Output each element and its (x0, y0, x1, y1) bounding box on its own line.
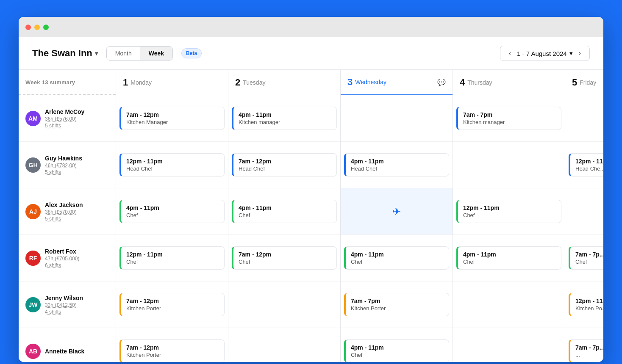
emp-hours-robert: 47h (£705.000) (45, 256, 79, 262)
shift-role: Kitchen manager (239, 119, 331, 125)
shift-annette-friday[interactable]: 7am - 7p... ... (569, 339, 603, 362)
shift-time: 7am - 7pm (351, 298, 444, 304)
shift-jenny-monday[interactable]: 7am - 12pm Kitchen Porter (119, 293, 225, 316)
shift-guy-tuesday[interactable]: 7am - 12pm Head Chef (232, 153, 337, 176)
emp-info-robert: Robert Fox 47h (£705.000) 6 shifts (45, 248, 79, 268)
shift-guy-monday[interactable]: 12pm - 11pm Head Chef (119, 153, 225, 176)
venue-title[interactable]: The Swan Inn ▾ (32, 48, 98, 59)
venue-chevron-icon: ▾ (95, 50, 98, 57)
shift-alex-tuesday[interactable]: 4pm - 11pm Chef (232, 200, 337, 223)
wednesday-name: Wednesday (355, 79, 386, 85)
shift-role: Chef (351, 352, 444, 358)
shift-robert-friday[interactable]: 7am - 7p... Chef (569, 246, 603, 270)
shift-time: 7am - 7pm (463, 111, 556, 118)
monday-jenny-cell: 7am - 12pm Kitchen Porter (116, 281, 228, 328)
shift-robert-monday[interactable]: 12pm - 11pm Chef (119, 246, 225, 270)
shift-robert-wednesday[interactable]: 4pm - 11pm Chef (344, 246, 449, 270)
friday-header: 5 Friday (565, 70, 603, 95)
avatar-jenny: JW (25, 297, 41, 312)
thursday-arlene-cell: 7am - 7pm Kitchen manager (453, 95, 565, 142)
emp-name-alex: Alex Jackson (45, 201, 83, 208)
shift-jenny-wednesday[interactable]: 7am - 7pm Kitchen Porter (344, 293, 449, 316)
shift-role: Chef (126, 212, 219, 218)
thursday-robert-cell: 4pm - 11pm Chef (453, 235, 565, 281)
shift-alex-monday[interactable]: 4pm - 11pm Chef (119, 200, 225, 223)
friday-annette-cell: 7am - 7p... ... (565, 328, 603, 362)
shift-robert-thursday[interactable]: 4pm - 11pm Chef (456, 246, 561, 270)
shift-time: 4pm - 11pm (239, 204, 331, 211)
emp-shifts-jenny: 4 shifts (45, 309, 83, 315)
wednesday-num: 3 (347, 77, 353, 88)
traffic-light-green[interactable] (43, 25, 49, 30)
venue-name: The Swan Inn (32, 48, 92, 59)
shift-time: 7am - 12pm (239, 251, 331, 258)
wednesday-annette-cell: 4pm - 11pm Chef (341, 328, 453, 362)
shift-time: 7am - 7p... (575, 344, 603, 351)
tuesday-num: 2 (235, 77, 240, 88)
week-view-button[interactable]: Week (140, 47, 172, 60)
employee-summary-arlene: AM Arlene McCoy 36h (£576.00) 5 shifts (19, 95, 116, 142)
shift-time: 7am - 7p... (575, 251, 603, 258)
emp-info-arlene: Arlene McCoy 36h (£576.00) 5 shifts (45, 108, 84, 129)
shift-role: Kitchen manager (463, 119, 556, 125)
emp-shifts-guy: 5 shifts (45, 169, 82, 175)
shift-role: Kitchen Porter (126, 305, 219, 312)
thursday-header: 4 Thursday (453, 70, 565, 95)
emp-name-annette: Annette Black (45, 348, 84, 355)
tuesday-name: Tuesday (243, 79, 265, 86)
wednesday-jenny-cell: 7am - 7pm Kitchen Porter (341, 281, 453, 328)
avatar-robert: RF (25, 251, 41, 266)
shift-jenny-friday[interactable]: 12pm - 11 Kitchen Po... (569, 293, 603, 316)
shift-alex-thursday[interactable]: 12pm - 11pm Chef (456, 200, 561, 223)
shift-robert-tuesday[interactable]: 7am - 12pm Chef (232, 246, 337, 270)
monday-robert-cell: 12pm - 11pm Chef (116, 235, 228, 281)
prev-week-button[interactable]: ‹ (506, 49, 514, 58)
monday-name: Monday (131, 79, 152, 86)
emp-hours-guy: 46h (£782.00) (45, 163, 82, 168)
shift-time: 4pm - 11pm (239, 111, 331, 118)
employee-summary-jenny: JW Jenny Wilson 33h (£412.50) 4 shifts (19, 281, 116, 328)
thursday-jenny-cell (453, 281, 565, 328)
shift-role: Chef (351, 259, 444, 265)
shift-time: 4pm - 11pm (463, 251, 556, 258)
day-column-wednesday: 3 Wednesday 💬 4pm - 11pm Head Chef ✈ (341, 70, 453, 362)
friday-alex-cell (565, 188, 603, 235)
friday-num: 5 (572, 77, 577, 88)
travel-icon: ✈ (392, 206, 401, 218)
shift-role: Kitchen Manager (126, 119, 219, 125)
shift-role: Chef (463, 212, 556, 218)
day-column-monday: 1 Monday 7am - 12pm Kitchen Manager 12pm… (116, 70, 228, 362)
shift-arlene-monday[interactable]: 7am - 12pm Kitchen Manager (119, 107, 225, 130)
wednesday-header: 3 Wednesday 💬 (341, 70, 453, 95)
wednesday-guy-cell: 4pm - 11pm Head Chef (341, 142, 453, 188)
thursday-guy-cell (453, 142, 565, 188)
shift-role: Head Che... (575, 165, 603, 172)
emp-name-robert: Robert Fox (45, 248, 79, 255)
shift-guy-friday[interactable]: 12pm - 11 Head Che... (569, 153, 603, 176)
monday-arlene-cell: 7am - 12pm Kitchen Manager (116, 95, 228, 142)
shift-annette-monday[interactable]: 7am - 12pm Kitchen Porter (119, 339, 225, 362)
shift-role: Kitchen Po... (575, 305, 603, 312)
shift-annette-wednesday[interactable]: 4pm - 11pm Chef (344, 339, 449, 362)
shift-role: Head Chef (351, 165, 444, 172)
traffic-light-red[interactable] (25, 25, 31, 30)
shift-arlene-tuesday[interactable]: 4pm - 11pm Kitchen manager (232, 107, 337, 130)
next-week-button[interactable]: › (576, 49, 583, 58)
month-view-button[interactable]: Month (107, 47, 140, 60)
shift-time: 7am - 12pm (126, 344, 219, 351)
traffic-light-yellow[interactable] (34, 25, 40, 30)
tuesday-robert-cell: 7am - 12pm Chef (228, 235, 340, 281)
wednesday-arlene-cell (341, 95, 453, 142)
employee-summary-guy: GH Guy Hawkins 46h (£782.00) 5 shifts (19, 142, 116, 188)
shift-role: Chef (126, 259, 219, 265)
shift-guy-wednesday[interactable]: 4pm - 11pm Head Chef (344, 153, 449, 176)
monday-alex-cell: 4pm - 11pm Chef (116, 188, 228, 235)
chat-icon[interactable]: 💬 (437, 78, 446, 86)
shift-arlene-thursday[interactable]: 7am - 7pm Kitchen manager (456, 107, 561, 130)
thursday-num: 4 (460, 77, 465, 88)
emp-shifts-robert: 6 shifts (45, 262, 79, 268)
friday-name: Friday (580, 79, 596, 86)
shift-time: 4pm - 11pm (351, 158, 444, 165)
tuesday-annette-cell (228, 328, 340, 362)
day-column-thursday: 4 Thursday 7am - 7pm Kitchen manager 12p… (453, 70, 565, 362)
